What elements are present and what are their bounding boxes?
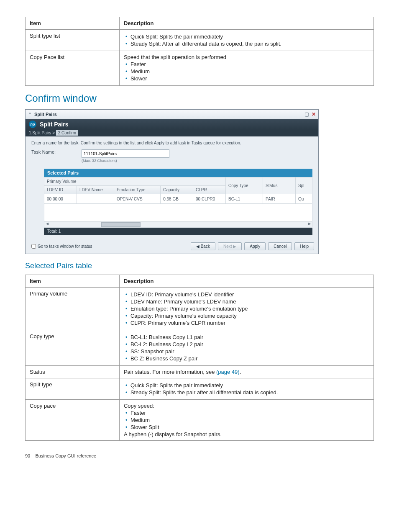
list-item: Faster: [131, 61, 369, 67]
list-item: Steady Split: After all differential dat…: [131, 41, 369, 47]
dialog-title: Split Pairs: [34, 112, 302, 117]
list-item: Quick Split: Splits the pair immediately: [131, 33, 369, 40]
cell-ldev-id: 00:00:00: [44, 194, 77, 204]
dialog-header-title: Split Pairs: [40, 121, 68, 128]
scroll-track[interactable]: [50, 222, 307, 227]
col-ldev-id[interactable]: LDEV ID: [44, 186, 77, 194]
list-item: SS: Snapshot pair: [131, 348, 369, 355]
go-to-tasks-label: Go to tasks window for status: [38, 244, 92, 249]
table-row: Primary volume LDEV ID: Primary volume's…: [26, 288, 374, 330]
cell-description: Quick Split: Splits the pair immediately…: [119, 378, 373, 400]
col-capacity[interactable]: Capacity: [161, 186, 193, 194]
scroll-left-icon[interactable]: ◀: [44, 222, 50, 227]
cell-item: Primary volume: [26, 288, 120, 330]
table-row[interactable]: 00:00:00 OPEN-V CVS 0.68 GB 00:CLPR0 BC-…: [44, 194, 312, 204]
cell-emulation-type: OPEN-V CVS: [114, 194, 160, 204]
col-copy-type[interactable]: Copy Type: [226, 177, 263, 194]
dialog-button-row: Go to tasks window for status ◀ Back Nex…: [26, 239, 318, 254]
cell-item: Split type: [26, 378, 120, 400]
status-text-post: .: [240, 369, 241, 375]
tail-text: A hyphen (-) displays for Snapshot pairs…: [124, 431, 222, 437]
task-name-input[interactable]: [82, 149, 169, 158]
list-item: Slower Split: [131, 424, 369, 430]
page-footer-text: Business Copy GUI reference: [35, 453, 96, 458]
dialog-hint: Enter a name for the task. Confirm the s…: [31, 141, 312, 145]
table-selected-pairs: Item Description Primary volume LDEV ID:…: [25, 275, 374, 441]
list-item: Slower: [131, 75, 369, 82]
breadcrumb: 1.Split Pairs > 2.Confirm: [26, 129, 318, 136]
col-ldev-name[interactable]: LDEV Name: [77, 186, 114, 194]
horizontal-scrollbar[interactable]: ◀ ▶: [44, 222, 312, 228]
cell-description: Copy speed: Faster Medium Slower Split A…: [119, 400, 373, 441]
scroll-right-icon[interactable]: ▶: [307, 222, 312, 227]
cell-item: Copy type: [26, 330, 120, 366]
list-item: BC Z: Business Copy Z pair: [131, 355, 369, 362]
task-name-hint: (Max. 32 Characters): [82, 159, 169, 163]
page-number: 90: [25, 453, 30, 458]
close-icon[interactable]: ✕: [312, 111, 316, 117]
list-item: LDEV ID: Primary volume's LDEV identifie…: [131, 291, 369, 298]
cell-item: Copy Pace list: [26, 51, 120, 86]
cell-description: Speed that the split operation is perfor…: [119, 51, 373, 86]
scroll-thumb[interactable]: [101, 222, 141, 227]
col-emulation-type[interactable]: Emulation Type: [114, 186, 160, 194]
cell-item: Copy pace: [26, 400, 120, 441]
col-description: Description: [119, 17, 373, 30]
collapse-icon[interactable]: ⌃: [28, 112, 32, 117]
help-button[interactable]: Help: [294, 242, 314, 250]
apply-button[interactable]: Apply: [244, 242, 266, 250]
col-spl[interactable]: Spl: [295, 177, 312, 194]
cell-description: Pair status. For more information, see (…: [119, 366, 373, 378]
breadcrumb-step1[interactable]: 1.Split Pairs >: [29, 131, 55, 135]
cell-capacity: 0.68 GB: [161, 194, 193, 204]
cell-spl: Qu: [295, 194, 312, 204]
split-pairs-dialog: ⌃ Split Pairs ▢ ✕ hp Split Pairs 1.Split…: [25, 109, 319, 254]
selected-pairs-grid: Primary Volume Copy Type Status Spl LDEV…: [44, 177, 312, 204]
list-item: Quick Split: Splits the pair immediately: [131, 382, 369, 388]
col-clpr[interactable]: CLPR: [193, 186, 226, 194]
cell-copy-type: BC-L1: [226, 194, 263, 204]
lead-text: Copy speed:: [124, 403, 154, 409]
list-item: BC-L1: Business Copy L1 pair: [131, 334, 369, 340]
page-49-link[interactable]: (page 49): [216, 369, 240, 375]
list-item: Emulation type: Primary volume's emulati…: [131, 306, 369, 312]
cell-item: Split type list: [26, 30, 120, 51]
grid-footer-total: Total: 1: [44, 228, 312, 235]
cell-clpr: 00:CLPR0: [193, 194, 226, 204]
col-group-primary-volume: Primary Volume: [44, 177, 226, 186]
grid-empty-area: [44, 204, 312, 222]
col-description: Description: [119, 275, 373, 288]
restore-icon[interactable]: ▢: [304, 111, 309, 117]
dialog-header: hp Split Pairs: [26, 119, 318, 129]
back-button[interactable]: ◀ Back: [191, 242, 215, 250]
cell-item: Status: [26, 366, 120, 378]
hp-logo-icon: hp: [29, 121, 36, 128]
cell-status: PAIR: [263, 194, 296, 204]
page-footer: 90 Business Copy GUI reference: [25, 453, 374, 458]
task-name-label: Task Name:: [31, 149, 82, 154]
list-item: Faster: [131, 410, 369, 416]
list-item: Capacity: Primary volume's volume capaci…: [131, 313, 369, 319]
cell-description: BC-L1: Business Copy L1 pair BC-L2: Busi…: [119, 330, 373, 366]
list-item: LDEV Name: Primary volume's LDEV name: [131, 298, 369, 305]
table-row: Status Pair status. For more information…: [26, 366, 374, 378]
list-item: BC-L2: Business Copy L2 pair: [131, 341, 369, 347]
table-split-options: Item Description Split type list Quick S…: [25, 17, 374, 86]
col-status[interactable]: Status: [263, 177, 296, 194]
lead-text: Speed that the split operation is perfor…: [124, 54, 226, 60]
list-item: Medium: [131, 68, 369, 75]
table-row: Copy Pace list Speed that the split oper…: [26, 51, 374, 86]
table-row: Copy pace Copy speed: Faster Medium Slow…: [26, 400, 374, 441]
col-item: Item: [26, 275, 120, 288]
status-text-pre: Pair status. For more information, see: [124, 369, 216, 375]
breadcrumb-step2: 2.Confirm: [56, 130, 78, 136]
cancel-button[interactable]: Cancel: [268, 242, 292, 250]
cell-description: LDEV ID: Primary volume's LDEV identifie…: [119, 288, 373, 330]
go-to-tasks-checkbox[interactable]: [31, 244, 36, 249]
list-item: CLPR: Primary volume's CLPR number: [131, 320, 369, 326]
dialog-titlebar: ⌃ Split Pairs ▢ ✕: [26, 110, 318, 119]
heading-selected-pairs-table: Selected Pairs table: [25, 262, 374, 270]
selected-pairs-header: Selected Pairs: [44, 169, 312, 177]
table-row: Copy type BC-L1: Business Copy L1 pair B…: [26, 330, 374, 366]
table-row: Split type Quick Split: Splits the pair …: [26, 378, 374, 400]
